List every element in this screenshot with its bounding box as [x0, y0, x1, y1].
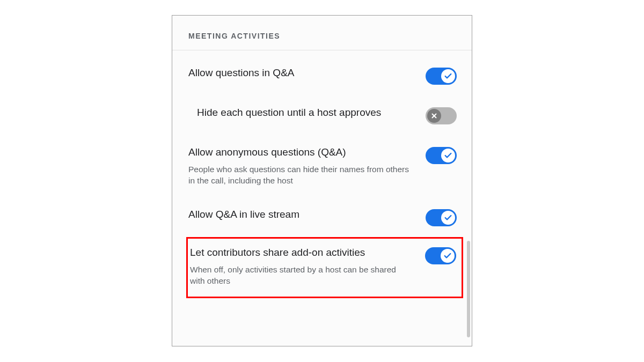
toggle-allow-questions[interactable]	[426, 68, 457, 85]
setting-contributors-share: Let contributors share add-on activities…	[186, 237, 463, 298]
check-icon	[444, 151, 452, 160]
x-icon	[430, 112, 438, 120]
toggle-knob	[427, 109, 441, 123]
scrollbar[interactable]	[467, 241, 470, 337]
setting-allow-anonymous: Allow anonymous questions (Q&A) People w…	[188, 135, 462, 197]
setting-text: Allow anonymous questions (Q&A) People w…	[188, 146, 415, 187]
toggle-hide-until-approved[interactable]	[426, 107, 457, 124]
panel-header: MEETING ACTIVITIES	[172, 16, 472, 50]
setting-allow-questions: Allow questions in Q&A	[188, 56, 462, 95]
toggle-knob	[441, 69, 455, 83]
toggle-knob	[441, 149, 455, 162]
check-icon	[443, 252, 452, 260]
setting-text: Allow questions in Q&A	[188, 67, 415, 80]
check-icon	[444, 213, 452, 222]
setting-hide-until-approved: Hide each question until a host approves	[188, 95, 462, 135]
setting-label: Allow questions in Q&A	[188, 67, 409, 80]
panel-title: MEETING ACTIVITIES	[188, 32, 456, 40]
setting-label: Hide each question until a host approves	[197, 106, 409, 120]
settings-panel: MEETING ACTIVITIES Allow questions in Q&…	[172, 15, 472, 346]
setting-allow-live-stream: Allow Q&A in live stream	[188, 197, 462, 237]
setting-label: Allow anonymous questions (Q&A)	[188, 146, 409, 159]
settings-list: Allow questions in Q&A Hide each questio…	[172, 50, 472, 304]
setting-text: Hide each question until a host approves	[197, 106, 415, 120]
setting-desc: People who ask questions can hide their …	[188, 164, 409, 187]
toggle-contributors-share[interactable]	[425, 247, 456, 264]
setting-text: Allow Q&A in live stream	[188, 208, 415, 221]
toggle-allow-live-stream[interactable]	[426, 209, 457, 226]
toggle-allow-anonymous[interactable]	[426, 147, 457, 164]
toggle-knob	[441, 249, 455, 263]
setting-text: Let contributors share add-on activities…	[188, 246, 414, 287]
setting-label: Let contributors share add-on activities	[190, 246, 409, 260]
toggle-knob	[441, 211, 455, 225]
setting-label: Allow Q&A in live stream	[188, 208, 409, 221]
check-icon	[444, 72, 452, 80]
setting-desc: When off, only activities started by a h…	[190, 264, 409, 287]
